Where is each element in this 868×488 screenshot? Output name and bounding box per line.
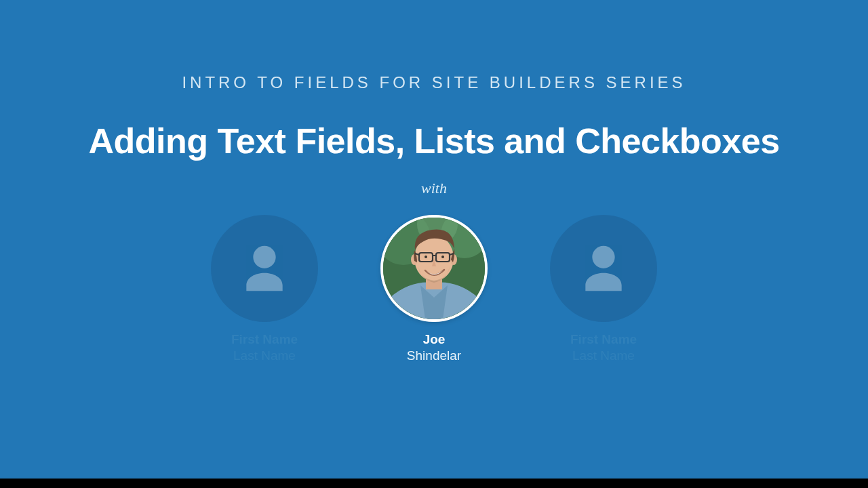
presenter-first-name: First Name bbox=[570, 331, 637, 348]
avatar-illustration bbox=[383, 218, 485, 319]
presenter-name: Joe Shindelar bbox=[407, 331, 461, 364]
svg-point-13 bbox=[425, 256, 427, 258]
avatar bbox=[380, 215, 488, 322]
presenter-placeholder-left: First Name Last Name bbox=[203, 215, 326, 364]
presenter-first-name: First Name bbox=[231, 331, 298, 348]
avatar-placeholder bbox=[550, 215, 657, 322]
presenter-name: First Name Last Name bbox=[231, 331, 298, 364]
presenter-main: Joe Shindelar bbox=[373, 215, 495, 364]
presenter-name: First Name Last Name bbox=[570, 331, 637, 364]
presenter-last-name: Shindelar bbox=[407, 348, 461, 364]
presenter-last-name: Last Name bbox=[231, 348, 298, 364]
svg-point-14 bbox=[441, 256, 444, 258]
series-label: INTRO TO FIELDS FOR SITE BUILDERS SERIES bbox=[182, 73, 686, 92]
presenter-placeholder-right: First Name Last Name bbox=[542, 215, 665, 364]
title-slide: INTRO TO FIELDS FOR SITE BUILDERS SERIES… bbox=[0, 0, 868, 488]
bottom-bar bbox=[0, 479, 868, 488]
presenter-last-name: Last Name bbox=[570, 348, 637, 364]
slide-title: Adding Text Fields, Lists and Checkboxes bbox=[88, 122, 779, 161]
user-icon bbox=[211, 215, 318, 322]
with-label: with bbox=[421, 180, 447, 197]
avatar-placeholder bbox=[211, 215, 318, 322]
presenter-first-name: Joe bbox=[407, 331, 461, 348]
user-icon bbox=[550, 215, 657, 322]
presenter-row: First Name Last Name bbox=[0, 215, 868, 364]
